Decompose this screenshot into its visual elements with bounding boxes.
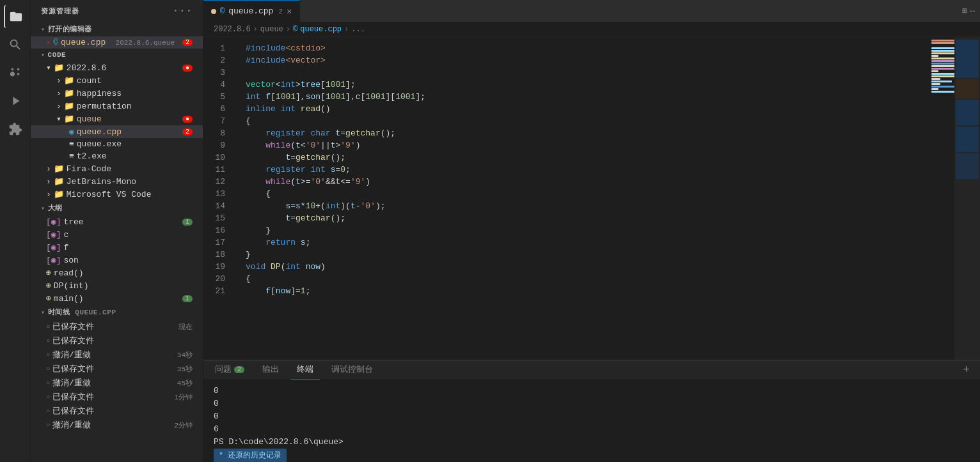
tab-name: queue.cpp — [228, 6, 273, 16]
close-icon[interactable]: ✕ — [46, 38, 51, 47]
timeline-dot-5: ○ — [46, 380, 50, 387]
panel-content[interactable]: 0 0 0 6 PS D:\code\2022.8.6\queue> * 还原的… — [203, 380, 980, 462]
code-content[interactable]: #include<cstdio> #include<vector> vector… — [235, 37, 929, 360]
open-editors-header[interactable]: ▾ 打开的编辑器 — [31, 22, 203, 36]
timeline-item-3[interactable]: ○ 撤消/重做 34秒 — [31, 348, 203, 362]
layout-icon[interactable]: ⊞ — [962, 6, 967, 16]
code-line-19: void DP(int now) — [246, 261, 919, 273]
jetbrains-label: JetBrains-Mono — [67, 177, 198, 187]
folder-2022-8-6[interactable]: ▾ 📁 2022.8.6 ● — [31, 61, 203, 74]
activity-git-icon[interactable] — [4, 61, 27, 84]
timeline-label-5: 撤消/重做 — [52, 377, 91, 389]
panel-tab-terminal[interactable]: 终端 — [290, 360, 320, 380]
timeline-item-8-content: ○ 撤消/重做 — [46, 419, 91, 431]
minimap — [929, 37, 980, 360]
panel-add-button[interactable]: + — [958, 364, 975, 376]
sidebar-menu-button[interactable]: ··· — [173, 5, 193, 17]
happiness-label: happiness — [77, 89, 198, 98]
ln-3: 3 — [203, 66, 235, 79]
file-queue-cpp[interactable]: ◉ queue.cpp 2 — [31, 125, 203, 138]
permutation-folder-icon: 📁 — [64, 101, 74, 111]
timeline-item-8[interactable]: ○ 撤消/重做 2分钟 — [31, 418, 203, 432]
panel-terminal-label: 终端 — [297, 364, 313, 375]
outline-c[interactable]: [◉] c — [31, 228, 203, 241]
split-icon[interactable]: ↔ — [970, 6, 975, 16]
code-line-14: s=s*10+(int)(t-'0'); — [246, 200, 919, 212]
panel-tab-debug[interactable]: 调试控制台 — [325, 360, 379, 380]
son-sym-icon: [◉] — [46, 255, 61, 265]
minimap-thumb-4 — [956, 127, 979, 152]
tab-queue-cpp[interactable]: © queue.cpp 2 ✕ — [203, 0, 300, 22]
terminal-prompt: PS D:\code\2022.8.6\queue> — [214, 436, 970, 449]
timeline-item-5-content: ○ 撤消/重做 — [46, 377, 91, 389]
outline-read[interactable]: ⊕ read() — [31, 266, 203, 279]
open-file-queue-cpp[interactable]: ✕ © queue.cpp 2022.8.6.queue 2 — [31, 36, 203, 49]
activity-explorer-icon[interactable] — [4, 5, 27, 28]
queue-cpp-label: queue.cpp — [77, 127, 180, 137]
timeline-item-6-content: ○ 已保存文件 — [46, 391, 94, 403]
timeline-item-2[interactable]: ○ 已保存文件 — [31, 334, 203, 348]
breadcrumb-year[interactable]: 2022.8.6 — [214, 25, 251, 34]
code-section-header[interactable]: ▾ CODE — [31, 49, 203, 61]
outline-main[interactable]: ⊕ main() 1 — [31, 292, 203, 305]
ln-7: 7 — [203, 115, 235, 127]
breadcrumb-more[interactable]: ... — [351, 25, 365, 34]
timeline-item-5[interactable]: ○ 撤消/重做 45秒 — [31, 376, 203, 390]
folder-fira-code[interactable]: › 📁 Fira-Code — [31, 162, 203, 175]
folder-count[interactable]: › 📁 count — [31, 74, 203, 87]
panel-tab-problems[interactable]: 问题 2 — [209, 360, 251, 380]
queue-exe-icon: ≡ — [69, 139, 74, 149]
timeline-item-1-content: ○ 已保存文件 — [46, 321, 94, 332]
ln-15: 15 — [203, 212, 235, 224]
folder-jetbrains[interactable]: › 📁 JetBrains-Mono — [31, 175, 203, 188]
code-line-7: { — [246, 115, 919, 127]
panel-tab-output[interactable]: 输出 — [256, 360, 285, 380]
timeline-label-4: 已保存文件 — [52, 363, 94, 374]
breadcrumb-filename[interactable]: queue.cpp — [300, 25, 342, 34]
outline-f[interactable]: [◉] f — [31, 241, 203, 254]
tab-close-button[interactable]: ✕ — [287, 6, 292, 17]
timeline-item-7[interactable]: ○ 已保存文件 — [31, 404, 203, 418]
ln-19: 19 — [203, 261, 235, 273]
history-restore-button[interactable]: * 还原的历史记录 — [214, 449, 287, 462]
outline-label: 大纲 — [48, 203, 63, 213]
timeline-item-6[interactable]: ○ 已保存文件 1分钟 — [31, 390, 203, 404]
outline-chevron: ▾ — [41, 204, 45, 212]
panel-problems-badge: 2 — [234, 366, 244, 373]
folder-queue[interactable]: ▾ 📁 queue ● — [31, 112, 203, 125]
outline-tree[interactable]: [◉] tree 1 — [31, 215, 203, 228]
timeline-item-1[interactable]: ○ 已保存文件 现在 — [31, 320, 203, 334]
code-line-13: { — [246, 188, 919, 200]
breadcrumb-sep-3: › — [344, 25, 349, 34]
breadcrumb-queue[interactable]: queue — [260, 25, 283, 34]
code-line-9: while(t<'0'||t>'9') — [246, 139, 919, 151]
ln-13: 13 — [203, 188, 235, 200]
panel-problems-label: 问题 — [215, 364, 232, 375]
folder-happiness[interactable]: › 📁 happiness — [31, 87, 203, 100]
c-sym-icon: [◉] — [46, 229, 61, 240]
ln-18: 18 — [203, 249, 235, 261]
count-label: count — [77, 76, 198, 86]
timeline-dot-1: ○ — [46, 323, 50, 330]
outline-header[interactable]: ▾ 大纲 — [31, 201, 203, 215]
open-file-path: 2022.8.6.queue — [116, 39, 175, 47]
outline-son[interactable]: [◉] son — [31, 254, 203, 266]
outline-dp[interactable]: ⊕ DP(int) — [31, 279, 203, 292]
folder-permutation[interactable]: › 📁 permutation — [31, 100, 203, 112]
timeline-header[interactable]: ▾ 时间线 queue.cpp — [31, 305, 203, 320]
timeline-item-4[interactable]: ○ 已保存文件 35秒 — [31, 362, 203, 376]
activity-run-icon[interactable] — [4, 89, 27, 112]
file-t2-exe[interactable]: ≡ t2.exe — [31, 150, 203, 162]
ln-10: 10 — [203, 151, 235, 164]
outline-tree-badge: 1 — [182, 219, 193, 226]
sidebar-title: 资源管理器 ··· — [31, 0, 203, 22]
activity-extensions-icon[interactable] — [4, 118, 27, 141]
folder-chevron: ▾ — [46, 63, 51, 73]
file-queue-exe[interactable]: ≡ queue.exe — [31, 138, 203, 150]
activity-search-icon[interactable] — [4, 33, 27, 56]
bottom-panel: 问题 2 输出 终端 调试控制台 + 0 0 0 6 PS D:\code\20… — [203, 360, 980, 462]
folder-vs-code[interactable]: › 📁 Microsoft VS Code — [31, 188, 203, 201]
minimap-line-6 — [931, 52, 957, 54]
outline-main-label: main() — [54, 294, 180, 304]
minimap-thumb-3 — [956, 100, 979, 125]
